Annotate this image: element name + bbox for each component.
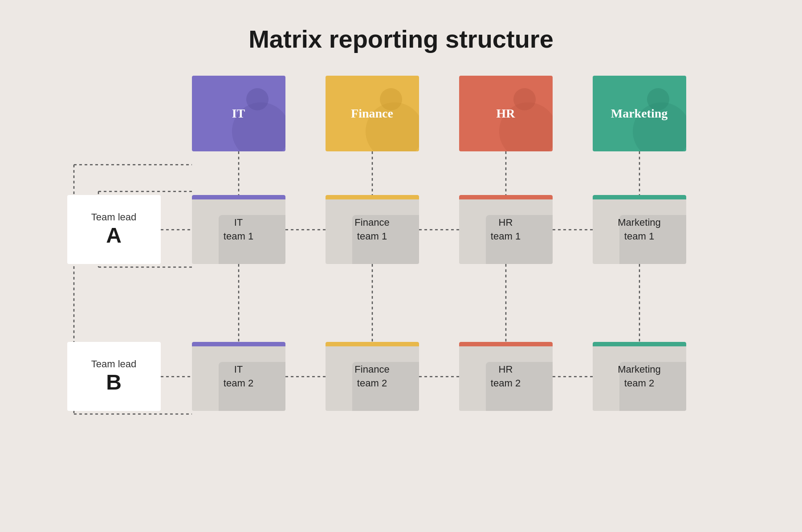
lead-b-letter: B <box>106 370 122 394</box>
hr-team-2-text: HRteam 2 <box>491 363 521 390</box>
hr-team-1-text: HRteam 1 <box>491 216 521 244</box>
finance-team-2-text: Financeteam 2 <box>354 363 389 390</box>
team-lead-a: Team lead A <box>67 195 161 264</box>
finance-team-1-cell: Financeteam 1 <box>326 195 419 264</box>
diagram-container: IT Finance HR Marketing Team lead A Team… <box>67 76 735 499</box>
lead-a-letter: A <box>106 223 122 248</box>
marketing-team-2-text: Marketingteam 2 <box>618 363 661 390</box>
it-team-2-cell: ITteam 2 <box>192 342 285 411</box>
dept-hr-label: HR <box>497 106 515 121</box>
lead-b-label: Team lead <box>91 358 137 370</box>
finance-team-1-text: Financeteam 1 <box>354 216 389 244</box>
dept-box-finance: Finance <box>326 76 419 151</box>
hr-team-1-cell: HRteam 1 <box>459 195 553 264</box>
team-lead-b: Team lead B <box>67 342 161 411</box>
dept-it-label: IT <box>232 106 245 121</box>
marketing-team-1-cell: Marketingteam 1 <box>593 195 686 264</box>
dept-box-marketing: Marketing <box>593 76 686 151</box>
dept-finance-label: Finance <box>351 106 393 121</box>
marketing-team-2-cell: Marketingteam 2 <box>593 342 686 411</box>
page-title: Matrix reporting structure <box>248 24 554 53</box>
marketing-team-1-text: Marketingteam 1 <box>618 216 661 244</box>
lead-a-label: Team lead <box>91 211 137 223</box>
dept-box-it: IT <box>192 76 285 151</box>
it-team-1-cell: ITteam 1 <box>192 195 285 264</box>
finance-team-2-cell: Financeteam 2 <box>326 342 419 411</box>
it-team-2-text: ITteam 2 <box>224 363 253 390</box>
dept-box-hr: HR <box>459 76 553 151</box>
it-team-1-text: ITteam 1 <box>224 216 253 244</box>
hr-team-2-cell: HRteam 2 <box>459 342 553 411</box>
dept-marketing-label: Marketing <box>611 106 668 121</box>
